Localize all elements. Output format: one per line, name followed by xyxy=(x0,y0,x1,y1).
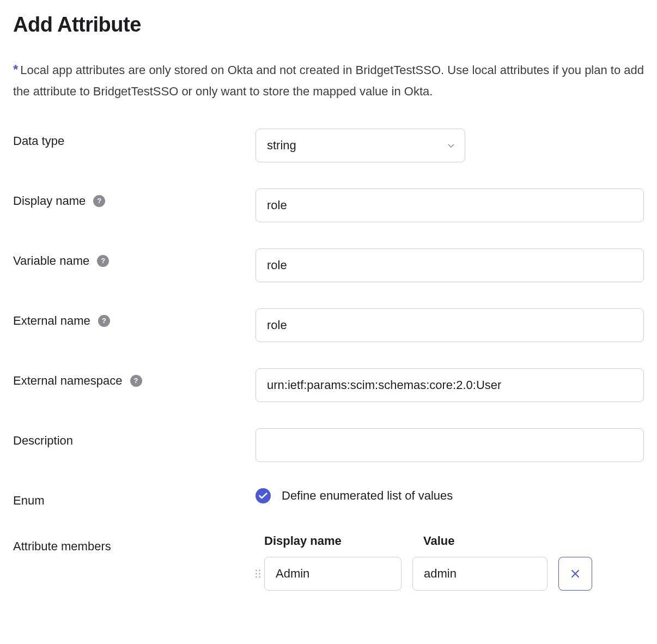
members-col-value: Value xyxy=(423,534,558,548)
help-icon[interactable]: ? xyxy=(98,315,110,327)
member-row xyxy=(264,557,644,591)
label-enum-text: Enum xyxy=(13,494,44,508)
members-header: Display name Value xyxy=(256,534,644,548)
close-icon xyxy=(570,569,580,579)
members-col-display-name: Display name xyxy=(264,534,402,548)
member-value-input[interactable] xyxy=(412,557,548,591)
row-enum: Enum Define enumerated list of values xyxy=(13,488,644,508)
label-description-text: Description xyxy=(13,434,73,448)
external-name-input[interactable] xyxy=(256,308,644,342)
row-description: Description xyxy=(13,428,644,462)
enum-checkbox-label: Define enumerated list of values xyxy=(282,489,453,503)
row-external-namespace: External namespace ? xyxy=(13,368,644,402)
row-attribute-members: Attribute members Display name Value xyxy=(13,534,644,591)
label-variable-name: Variable name ? xyxy=(13,248,256,268)
label-external-name: External name ? xyxy=(13,308,256,328)
row-data-type: Data type string xyxy=(13,129,644,162)
help-icon[interactable]: ? xyxy=(93,195,105,207)
drag-handle-icon[interactable] xyxy=(256,569,260,578)
label-attribute-members: Attribute members xyxy=(13,534,256,554)
label-external-namespace: External namespace ? xyxy=(13,368,256,388)
label-attribute-members-text: Attribute members xyxy=(13,539,111,554)
display-name-input[interactable] xyxy=(256,189,644,222)
info-text-content: Local app attributes are only stored on … xyxy=(13,63,644,98)
external-namespace-input[interactable] xyxy=(256,368,644,402)
page-title: Add Attribute xyxy=(13,13,644,37)
label-description: Description xyxy=(13,428,256,448)
asterisk-icon: * xyxy=(13,62,18,77)
label-display-name-text: Display name xyxy=(13,194,86,208)
info-text: *Local app attributes are only stored on… xyxy=(13,58,644,102)
enum-checkbox[interactable] xyxy=(256,488,271,503)
remove-member-button[interactable] xyxy=(558,557,592,591)
label-external-namespace-text: External namespace xyxy=(13,374,123,388)
help-icon[interactable]: ? xyxy=(97,255,109,267)
data-type-select[interactable]: string xyxy=(256,129,465,162)
member-display-name-input[interactable] xyxy=(264,557,402,591)
check-icon xyxy=(259,493,267,499)
label-external-name-text: External name xyxy=(13,314,90,328)
variable-name-input[interactable] xyxy=(256,248,644,282)
row-external-name: External name ? xyxy=(13,308,644,342)
label-enum: Enum xyxy=(13,488,256,508)
row-display-name: Display name ? xyxy=(13,189,644,222)
label-variable-name-text: Variable name xyxy=(13,254,89,268)
label-data-type-text: Data type xyxy=(13,134,64,148)
label-data-type: Data type xyxy=(13,129,256,148)
row-variable-name: Variable name ? xyxy=(13,248,644,282)
help-icon[interactable]: ? xyxy=(130,375,142,387)
description-input[interactable] xyxy=(256,428,644,462)
label-display-name: Display name ? xyxy=(13,189,256,208)
